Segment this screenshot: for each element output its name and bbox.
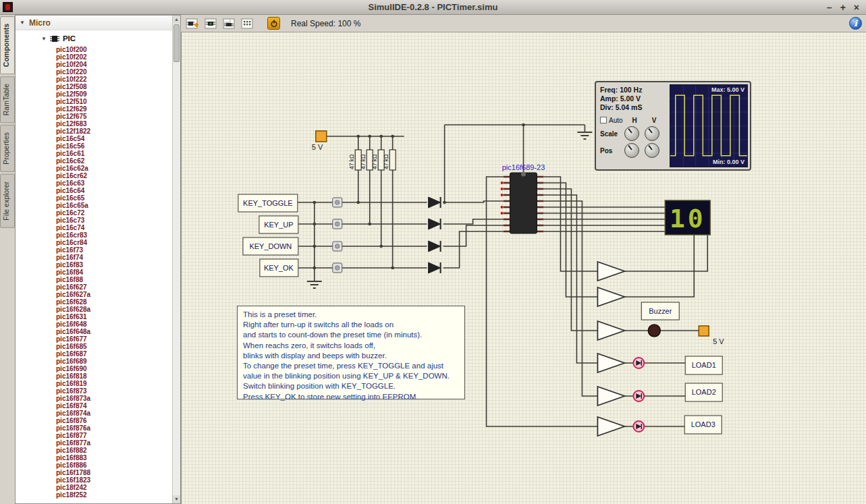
- tree-item[interactable]: pic16f628: [56, 298, 180, 306]
- tree-item[interactable]: pic12f1822: [56, 128, 180, 135]
- tree-item[interactable]: pic16f877a: [56, 439, 180, 447]
- power-button[interactable]: [267, 17, 280, 30]
- tree-item[interactable]: pic16f689: [56, 358, 180, 365]
- tree-item[interactable]: pic16f677: [56, 335, 180, 343]
- tree-item[interactable]: pic16c62: [56, 157, 180, 165]
- tree-group-pic[interactable]: ▼ PIC: [16, 32, 180, 45]
- tree-item[interactable]: pic12f675: [56, 113, 180, 120]
- circuit-canvas[interactable]: 5 V 5 V 47 kΩ 47 kΩ 47 kΩ 47 kΩ: [181, 32, 866, 504]
- open-circuit-button[interactable]: [203, 16, 217, 30]
- tree-item[interactable]: pic12f629: [56, 105, 180, 113]
- circuit-note[interactable]: This is a preset timer. Right after turn…: [237, 306, 465, 399]
- tree-item[interactable]: pic10f200: [56, 46, 180, 53]
- buffer-gate[interactable]: [597, 387, 624, 405]
- tree-item[interactable]: pic16f83: [56, 261, 180, 269]
- close-button[interactable]: ×: [854, 1, 859, 14]
- voltage-source[interactable]: [316, 131, 327, 142]
- voltage-source[interactable]: [699, 326, 709, 336]
- tree-item[interactable]: pic12f509: [56, 90, 180, 98]
- new-circuit-button[interactable]: [185, 16, 199, 30]
- tree-item[interactable]: pic16f631: [56, 313, 180, 320]
- diode[interactable]: [429, 219, 441, 229]
- diode[interactable]: [429, 197, 441, 208]
- tree-item[interactable]: pic16c65: [56, 194, 180, 202]
- oscilloscope-panel[interactable]: Freq: 100 Hz Amp: 5.00 V Div: 5.04 mS Au…: [595, 81, 751, 171]
- tree-item[interactable]: pic16f877: [56, 432, 180, 439]
- buffer-gate[interactable]: [597, 287, 624, 306]
- tree-item[interactable]: pic16f1823: [56, 476, 180, 484]
- led[interactable]: [633, 421, 644, 432]
- tree-item[interactable]: pic16f819: [56, 380, 180, 387]
- maximize-button[interactable]: +: [840, 1, 846, 14]
- tree-item[interactable]: pic16f73: [56, 246, 180, 254]
- tree-item[interactable]: pic16f876a: [56, 424, 180, 432]
- tree-item[interactable]: pic16f648: [56, 320, 180, 328]
- buffer-gate[interactable]: [597, 417, 624, 436]
- tree-item[interactable]: pic10f220: [56, 68, 180, 76]
- tab-ramtable[interactable]: RamTable: [0, 76, 15, 123]
- buffer-gate[interactable]: [597, 321, 624, 340]
- tree-item[interactable]: pic10f202: [56, 53, 180, 61]
- pos-h-knob[interactable]: [624, 143, 639, 158]
- info-button[interactable]: i: [849, 17, 862, 30]
- tree-item[interactable]: pic16cr84: [56, 239, 180, 246]
- pic-chip[interactable]: [501, 172, 544, 234]
- tab-properties[interactable]: Properties: [0, 125, 15, 172]
- tree-item[interactable]: pic16f648a: [56, 328, 180, 335]
- tab-components[interactable]: Components: [0, 16, 15, 74]
- push-button[interactable]: [333, 198, 342, 207]
- ground-symbol[interactable]: [577, 132, 592, 139]
- tab-file-explorer[interactable]: File explorer: [0, 174, 15, 228]
- pos-v-knob[interactable]: [645, 143, 659, 158]
- tree-item[interactable]: pic16f818: [56, 372, 180, 380]
- tree-item[interactable]: pic16f876: [56, 417, 180, 424]
- tree-item[interactable]: pic18f252: [56, 491, 180, 499]
- ground-symbol[interactable]: [307, 281, 322, 288]
- scale-h-knob[interactable]: [624, 126, 639, 141]
- scrollbar-thumb[interactable]: [173, 24, 180, 62]
- diode[interactable]: [429, 262, 441, 273]
- save-circuit-button[interactable]: [221, 16, 236, 30]
- tree-item[interactable]: pic16f883: [56, 454, 180, 461]
- led[interactable]: [633, 358, 644, 368]
- tree-item[interactable]: pic16c62a: [56, 165, 180, 172]
- tree-item[interactable]: pic16f74: [56, 254, 180, 261]
- minimize-button[interactable]: –: [827, 1, 832, 14]
- push-button[interactable]: [333, 219, 342, 229]
- tree-item[interactable]: pic16f1788: [56, 469, 180, 476]
- scroll-down-icon[interactable]: ▼: [173, 495, 180, 503]
- tree-item[interactable]: pic16f690: [56, 365, 180, 372]
- tree-item[interactable]: pic16f873a: [56, 395, 180, 402]
- tree-item[interactable]: pic16c63: [56, 179, 180, 187]
- tree-item[interactable]: pic16f628a: [56, 306, 180, 313]
- components-grid-button[interactable]: [240, 16, 254, 30]
- tree-item[interactable]: pic16f874: [56, 402, 180, 410]
- tree-item[interactable]: pic16f874a: [56, 410, 180, 417]
- tree-item[interactable]: pic16c54: [56, 135, 180, 142]
- tree-item[interactable]: pic16c56: [56, 142, 180, 150]
- buffer-gate[interactable]: [597, 262, 624, 281]
- tree-item[interactable]: pic12f683: [56, 120, 180, 128]
- tree-item[interactable]: pic16cr83: [56, 231, 180, 239]
- caret-down-icon[interactable]: ▼: [41, 36, 47, 42]
- tree-item[interactable]: pic16f886: [56, 461, 180, 469]
- tree-item[interactable]: pic16f685: [56, 343, 180, 350]
- caret-down-icon[interactable]: ▼: [20, 20, 25, 26]
- diode[interactable]: [429, 241, 441, 252]
- tree-item[interactable]: pic16cr62: [56, 172, 180, 179]
- tree-item[interactable]: pic16c61: [56, 150, 180, 157]
- seven-segment-display[interactable]: 10: [665, 200, 710, 235]
- tree-item[interactable]: pic16f873: [56, 387, 180, 395]
- led[interactable]: [633, 391, 644, 401]
- tree-root-micro[interactable]: ▼ Micro: [16, 16, 180, 30]
- tree-item[interactable]: pic16c65a: [56, 202, 180, 209]
- tree-scrollbar[interactable]: ▲ ▼: [172, 16, 180, 503]
- auto-checkbox[interactable]: [600, 117, 607, 123]
- tree-item[interactable]: pic10f204: [56, 61, 180, 68]
- tree-item[interactable]: pic16c64: [56, 187, 180, 194]
- buffer-gate[interactable]: [597, 354, 624, 372]
- tree-item[interactable]: pic16f687: [56, 350, 180, 358]
- buzzer[interactable]: [648, 325, 660, 337]
- resistor[interactable]: [389, 150, 396, 170]
- chip-body[interactable]: [510, 173, 537, 233]
